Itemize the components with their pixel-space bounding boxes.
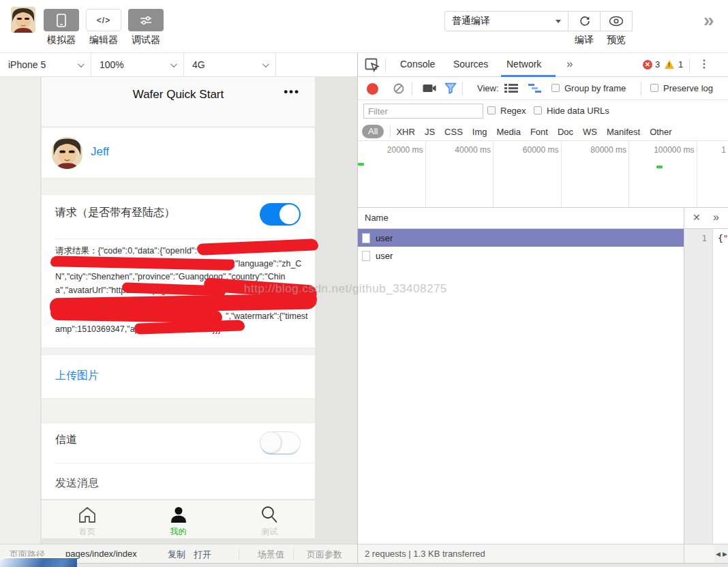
more-chevron-icon[interactable]: » (713, 211, 719, 224)
filter-pill-font[interactable]: Font (530, 127, 548, 137)
horizontal-scrollbar[interactable]: ◀▶ (714, 544, 728, 563)
inspect-element-icon[interactable] (365, 58, 380, 72)
scroll-right-icon[interactable]: ▶ (723, 551, 727, 557)
filter-pill-all[interactable]: All (362, 125, 384, 138)
error-badge-icon[interactable]: ✕ (643, 60, 652, 70)
hide-data-urls-checkbox[interactable] (534, 106, 542, 114)
divider (462, 82, 463, 95)
simulator-button[interactable] (44, 9, 79, 31)
timeline-tick: 80000 ms (590, 145, 626, 155)
request-name: user (376, 233, 393, 243)
person-icon (169, 504, 188, 525)
divider (390, 126, 391, 137)
screenshot-camera-icon[interactable] (423, 84, 436, 93)
open-link[interactable]: 打开 (194, 549, 211, 561)
compile-mode-select[interactable]: 普通编译 (444, 11, 568, 31)
divider (55, 239, 315, 239)
devtools-menu-icon[interactable]: ⋮ (699, 57, 710, 70)
filter-pill-other[interactable]: Other (650, 127, 672, 137)
timeline-tick: 100000 ms (654, 145, 694, 155)
filter-funnel-icon[interactable] (444, 82, 457, 94)
more-tabs-chevron-icon[interactable]: » (566, 57, 573, 71)
tab-network[interactable]: Network (506, 59, 541, 70)
filter-pill-media[interactable]: Media (496, 127, 520, 137)
filter-pill-doc[interactable]: Doc (558, 127, 573, 137)
filter-pill-img[interactable]: Img (472, 127, 487, 137)
tab-home[interactable]: 首页 (42, 500, 133, 538)
editor-button[interactable]: </> (86, 9, 121, 31)
simulator-area: Wafer Quick Start ••• Jeff (0, 77, 357, 563)
network-summary-bar: 2 requests | 1.3 KB transferred (358, 544, 684, 563)
preserve-log-checkbox[interactable] (650, 84, 658, 92)
tab-console[interactable]: Console (400, 59, 435, 70)
channel-toggle[interactable] (260, 431, 301, 454)
scene-value-label[interactable]: 场景值 (258, 549, 284, 561)
account-avatar[interactable] (11, 7, 35, 33)
scroll-left-icon[interactable]: ◀ (716, 551, 721, 557)
user-avatar (51, 137, 83, 169)
group-by-frame-checkbox[interactable] (551, 84, 560, 92)
filter-pill-js[interactable]: JS (425, 127, 435, 137)
resource-type-filters: All XHR JS CSS Img Media Font Doc WS Man… (358, 123, 728, 141)
network-overview-timeline[interactable]: 20000 ms 40000 ms 60000 ms 80000 ms 1000… (358, 141, 728, 208)
filter-pill-manifest[interactable]: Manifest (607, 127, 640, 137)
tab-sources[interactable]: Sources (453, 59, 488, 70)
tab-test-label: 测试 (261, 526, 277, 538)
request-toggle[interactable] (260, 203, 301, 226)
divider (239, 549, 239, 560)
waterfall-view-icon[interactable] (528, 83, 542, 93)
filter-pill-xhr[interactable]: XHR (396, 127, 414, 137)
request-card: 请求（是否带有登陆态） 请求结果：{"code":0,"data":{"open… (42, 194, 315, 348)
name-column-header[interactable]: Name (365, 213, 389, 223)
preserve-log-label: Preserve log (663, 83, 713, 93)
regex-label: Regex (500, 106, 526, 116)
send-message-label[interactable]: 发送消息 (55, 476, 99, 491)
zoom-select[interactable]: 100% (91, 53, 184, 76)
mini-program-titlebar: Wafer Quick Start ••• (42, 77, 315, 127)
phone-icon (57, 14, 66, 27)
debugger-button-label: 调试器 (128, 34, 164, 46)
network-select[interactable]: 4G (184, 53, 276, 76)
upload-image-link[interactable]: 上传图片 (55, 369, 99, 383)
divider (641, 82, 641, 95)
editor-button-label: 编辑器 (86, 34, 121, 46)
requests-table-header[interactable]: Name (358, 208, 684, 229)
code-quote: " (723, 233, 728, 243)
hide-data-urls-label: Hide data URLs (547, 106, 609, 116)
filter-input[interactable] (363, 104, 483, 119)
close-icon[interactable]: ✕ (693, 212, 701, 223)
copy-link[interactable]: 复制 (168, 549, 185, 561)
top-toolbar: 模拟器 </> 编辑器 调试器 普通编译 编译 (0, 0, 728, 53)
divider (412, 82, 412, 95)
record-button[interactable] (367, 83, 378, 95)
clear-icon[interactable] (393, 83, 404, 94)
warning-badge-icon[interactable] (665, 60, 674, 69)
request-row[interactable]: user (358, 247, 684, 264)
debugger-button[interactable] (128, 9, 164, 31)
request-toggle-label: 请求（是否带有登陆态） (55, 206, 175, 220)
user-name-link[interactable]: Jeff (91, 145, 109, 159)
toolbar-more-chevron-icon[interactable]: » (703, 10, 714, 31)
toggle-knob (279, 204, 299, 224)
code-brace: { (718, 233, 723, 243)
tab-test[interactable]: 测试 (224, 500, 315, 538)
timeline-tick: 1 (721, 145, 726, 155)
menu-dots-icon[interactable]: ••• (284, 85, 300, 99)
filter-pill-css[interactable]: CSS (444, 127, 463, 137)
device-select[interactable]: iPhone 5 (0, 53, 91, 76)
toggle-knob (260, 431, 282, 453)
preview-button[interactable] (600, 11, 633, 31)
regex-checkbox[interactable] (487, 106, 496, 114)
network-select-value: 4G (192, 59, 205, 70)
tab-mine[interactable]: 我的 (133, 500, 224, 538)
page-params-label[interactable]: 页面参数 (307, 549, 342, 561)
response-preview-panel[interactable]: 1 {" (684, 229, 728, 544)
code-icon: </> (97, 16, 110, 25)
page-title: Wafer Quick Start (42, 88, 315, 102)
request-row-selected[interactable]: user (358, 229, 684, 247)
list-view-icon[interactable] (504, 83, 518, 93)
filter-pill-ws[interactable]: WS (583, 127, 597, 137)
compile-button[interactable] (568, 11, 601, 31)
simulator-button-label: 模拟器 (44, 34, 79, 46)
network-filter-row: Regex Hide data URLs (358, 100, 728, 123)
